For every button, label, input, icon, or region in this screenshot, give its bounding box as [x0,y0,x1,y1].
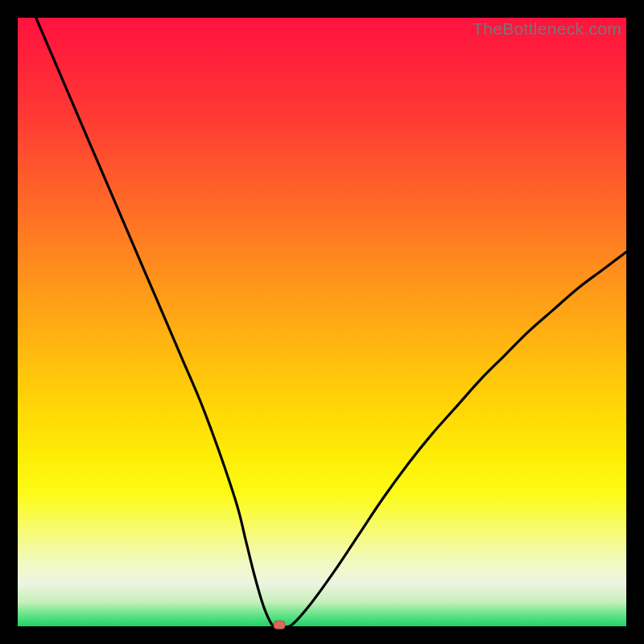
plot-area: TheBottleneck.com [18,18,626,626]
curve-path [36,18,626,628]
chart-frame: TheBottleneck.com [0,0,644,644]
bottleneck-curve [18,18,626,626]
optimal-point-marker [274,621,285,629]
